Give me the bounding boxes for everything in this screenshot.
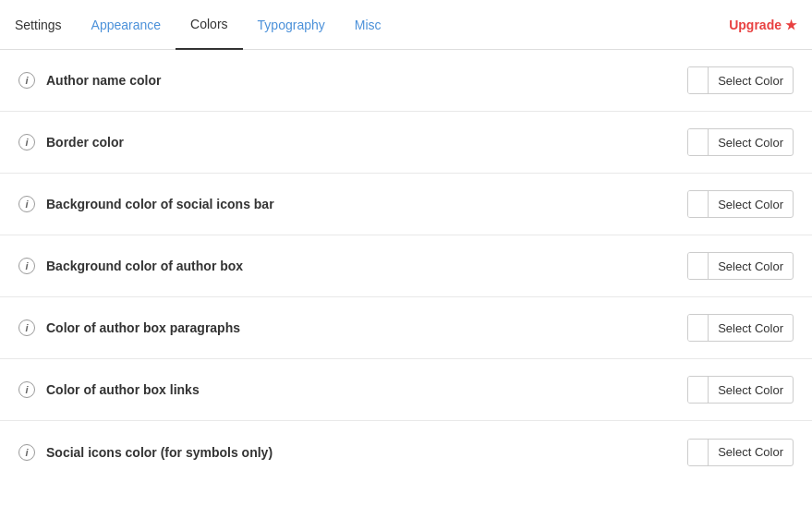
- color-swatch-author-box-links: [688, 376, 709, 404]
- color-swatch-bg-social-icons-bar: [688, 190, 709, 218]
- tab-appearance[interactable]: Appearance: [77, 0, 176, 50]
- info-icon-social-icons-color[interactable]: i: [18, 444, 35, 461]
- tab-colors[interactable]: Colors: [176, 0, 242, 50]
- row-color-author-box-links: i Color of author box links Select Color: [0, 359, 812, 421]
- color-swatch-border-color: [688, 128, 709, 156]
- color-picker-author-box-links[interactable]: Select Color: [687, 376, 794, 404]
- row-bg-author-box: i Background color of author box Select …: [0, 235, 812, 297]
- info-icon-author-box-links[interactable]: i: [18, 381, 35, 398]
- color-btn-label-author-box-links: Select Color: [709, 383, 793, 397]
- tab-typography[interactable]: Typography: [243, 0, 340, 50]
- color-swatch-author-box-paragraphs: [688, 314, 709, 342]
- tab-misc[interactable]: Misc: [340, 0, 396, 50]
- label-bg-author-box: Background color of author box: [46, 259, 687, 273]
- row-social-icons-color: i Social icons color (for symbols only) …: [0, 421, 812, 483]
- color-picker-author-name[interactable]: Select Color: [687, 66, 794, 94]
- label-border-color: Border color: [46, 135, 687, 150]
- color-picker-bg-social-icons-bar[interactable]: Select Color: [687, 190, 794, 218]
- info-icon-border-color[interactable]: i: [18, 134, 35, 151]
- row-author-name-color: i Author name color Select Color: [0, 50, 812, 112]
- color-picker-author-box-paragraphs[interactable]: Select Color: [687, 314, 794, 342]
- label-author-name-color: Author name color: [46, 73, 687, 88]
- label-color-author-box-paragraphs: Color of author box paragraphs: [46, 320, 687, 335]
- color-btn-label-bg-author-box: Select Color: [709, 259, 793, 273]
- color-btn-label-bg-social-icons-bar: Select Color: [709, 198, 793, 211]
- tab-bar: Settings Appearance Colors Typography Mi…: [0, 0, 812, 50]
- star-icon: ★: [785, 18, 797, 32]
- color-picker-social-icons-color[interactable]: Select Color: [687, 439, 794, 466]
- row-border-color: i Border color Select Color: [0, 112, 812, 174]
- color-swatch-bg-author-box: [688, 252, 709, 280]
- color-btn-label-social-icons-color: Select Color: [709, 445, 793, 459]
- row-bg-social-icons-bar: i Background color of social icons bar S…: [0, 174, 812, 235]
- color-btn-label-author-box-paragraphs: Select Color: [709, 321, 793, 335]
- upgrade-button[interactable]: Upgrade ★: [729, 18, 797, 32]
- color-btn-label-border-color: Select Color: [709, 136, 793, 150]
- label-social-icons-color: Social icons color (for symbols only): [46, 445, 687, 460]
- color-swatch-author-name: [688, 66, 709, 94]
- label-color-author-box-links: Color of author box links: [46, 382, 687, 397]
- info-icon-bg-author-box[interactable]: i: [18, 258, 35, 274]
- info-icon-author-box-paragraphs[interactable]: i: [18, 319, 35, 336]
- row-color-author-box-paragraphs: i Color of author box paragraphs Select …: [0, 297, 812, 359]
- info-icon-bg-social-icons-bar[interactable]: i: [18, 196, 35, 212]
- color-picker-bg-author-box[interactable]: Select Color: [687, 252, 794, 280]
- content-area: i Author name color Select Color i Borde…: [0, 50, 812, 483]
- color-swatch-social-icons-color: [688, 439, 709, 466]
- info-icon-author-name[interactable]: i: [18, 72, 35, 89]
- color-picker-border-color[interactable]: Select Color: [687, 128, 794, 156]
- color-btn-label-author-name: Select Color: [709, 74, 793, 88]
- label-bg-social-icons-bar: Background color of social icons bar: [46, 197, 687, 211]
- tab-settings[interactable]: Settings: [15, 0, 77, 50]
